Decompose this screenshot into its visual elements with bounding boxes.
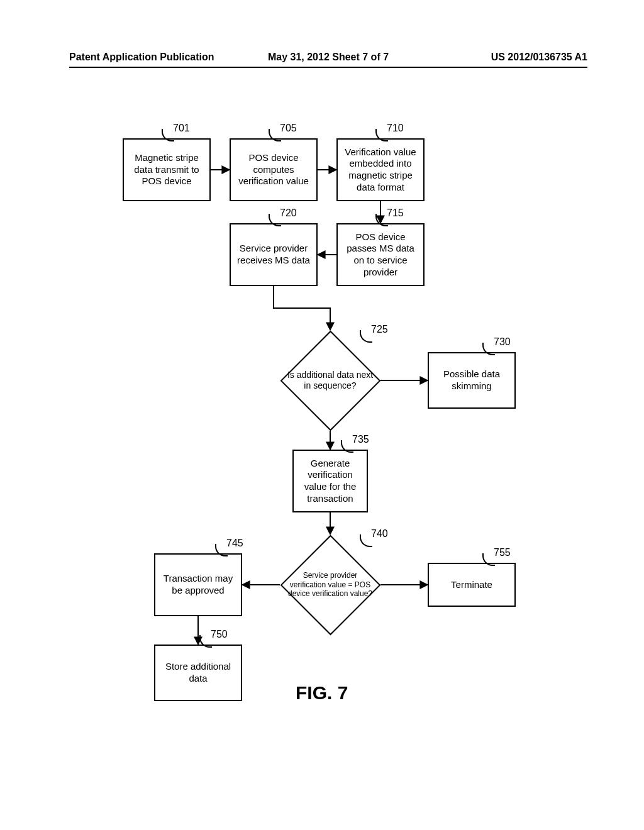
node-720: Service provider receives MS data — [230, 223, 318, 286]
node-701-text: Magnetic stripe data transmit to POS dev… — [128, 152, 206, 187]
ref-710: 710 — [387, 123, 404, 134]
node-740-text: Service provider verification value = PO… — [283, 571, 377, 598]
ref-735: 735 — [352, 434, 369, 445]
page-header: Patent Application Publication May 31, 2… — [69, 50, 587, 68]
node-750: Store additional data — [154, 645, 242, 701]
ref-740: 740 — [371, 528, 388, 540]
node-705: POS device computes verification value — [230, 138, 318, 201]
ref-720: 720 — [280, 208, 297, 219]
ref-701: 701 — [173, 123, 190, 134]
node-755-text: Terminate — [451, 579, 492, 591]
node-701: Magnetic stripe data transmit to POS dev… — [123, 138, 211, 201]
ref-730: 730 — [494, 336, 511, 348]
node-745: Transaction may be approved — [154, 553, 242, 616]
header-right: US 2012/0136735 A1 — [491, 52, 587, 63]
node-710: Verification value embedded into magneti… — [336, 138, 425, 201]
node-745-text: Transaction may be approved — [159, 573, 237, 597]
header-left: Patent Application Publication — [69, 52, 214, 63]
node-720-text: Service provider receives MS data — [235, 243, 313, 267]
node-730-text: Possible data skimming — [433, 368, 511, 392]
node-730: Possible data skimming — [428, 352, 516, 409]
node-735: Generate verification value for the tran… — [292, 450, 368, 512]
node-705-text: POS device computes verification value — [235, 152, 313, 187]
node-725-text: Is additional data next in sequence? — [280, 370, 380, 391]
ref-745: 745 — [226, 538, 243, 549]
ref-715: 715 — [387, 208, 404, 219]
node-725: Is additional data next in sequence? — [280, 330, 380, 431]
header-center: May 31, 2012 Sheet 7 of 7 — [268, 52, 389, 63]
ref-725: 725 — [371, 324, 388, 335]
node-750-text: Store additional data — [159, 661, 237, 685]
node-715-text: POS device passes MS data on to service … — [341, 231, 419, 279]
ref-750: 750 — [211, 629, 228, 640]
node-740: Service provider verification value = PO… — [280, 534, 380, 635]
node-710-text: Verification value embedded into magneti… — [341, 147, 419, 194]
flow-arrows — [0, 119, 644, 748]
node-735-text: Generate verification value for the tran… — [297, 458, 363, 505]
ref-755: 755 — [494, 547, 511, 558]
ref-705: 705 — [280, 123, 297, 134]
node-755: Terminate — [428, 563, 516, 607]
flowchart-diagram: Magnetic stripe data transmit to POS dev… — [0, 119, 644, 748]
figure-label: FIG. 7 — [296, 682, 348, 704]
node-715: POS device passes MS data on to service … — [336, 223, 425, 286]
